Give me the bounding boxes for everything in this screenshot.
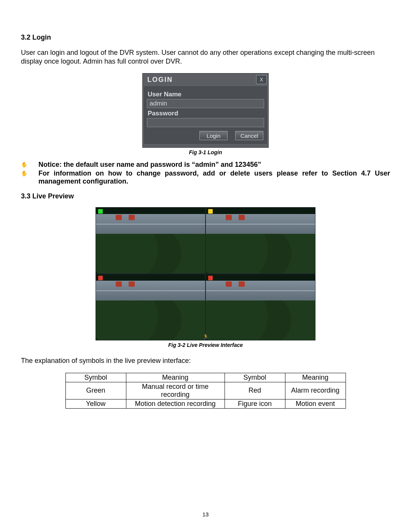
section-3-2-title: 3.2 Login: [21, 34, 390, 42]
figure-icon: 🏃: [202, 334, 209, 340]
section-3-3-title: 3.3 Live Preview: [21, 192, 390, 200]
login-button[interactable]: Login: [199, 131, 228, 140]
close-icon[interactable]: X: [256, 75, 267, 84]
table-cell: Meaning: [285, 373, 346, 382]
status-dot-red: [208, 276, 213, 280]
status-dot-green: [98, 209, 103, 214]
table-cell: Green: [65, 382, 126, 399]
status-dot-yellow: [208, 209, 213, 214]
notice-line-2: For information on how to change passwor…: [38, 169, 390, 185]
table-cell: Motion detection recording: [126, 399, 225, 408]
camera-pane-4: [206, 274, 315, 340]
live-preview-quad: 🏃: [96, 207, 315, 340]
table-cell: Red: [225, 382, 285, 399]
table-cell: Manual record or time recording: [126, 382, 225, 399]
hand-icon: ✋: [21, 161, 38, 169]
username-field[interactable]: admin: [147, 99, 264, 108]
login-dialog: LOGIN X User Name admin Password Login C…: [142, 73, 269, 148]
table-cell: Meaning: [126, 373, 225, 382]
fig-3-1-caption: Fig 3-1 Login: [189, 149, 222, 155]
table-cell: Symbol: [225, 373, 285, 382]
login-dialog-title: LOGIN: [144, 76, 173, 84]
status-dot-red: [98, 276, 103, 280]
camera-pane-2: [206, 207, 315, 274]
section-3-2-body: User can login and logout of the DVR sys…: [21, 48, 390, 66]
table-cell: Figure icon: [225, 399, 285, 408]
table-header-row: Symbol Meaning Symbol Meaning: [65, 373, 346, 382]
table-cell: Yellow: [65, 399, 126, 408]
section-3-3-body: The explanation of symbols in the live p…: [21, 356, 390, 365]
fig-3-2-caption: Fig 3-2 Live Preview Interface: [168, 342, 243, 348]
table-row: Green Manual record or time recording Re…: [65, 382, 346, 399]
notice-line-1: Notice: the default user name and passwo…: [38, 161, 390, 169]
username-label: User Name: [148, 91, 263, 98]
table-cell: Motion event: [285, 399, 346, 408]
table-row: Yellow Motion detection recording Figure…: [65, 399, 346, 408]
table-cell: Alarm recording: [285, 382, 346, 399]
symbol-table: Symbol Meaning Symbol Meaning Green Manu…: [65, 373, 346, 409]
hand-icon: ✋: [21, 169, 38, 185]
page-number: 13: [0, 511, 411, 518]
camera-pane-1: [96, 207, 206, 274]
password-label: Password: [148, 110, 263, 117]
table-cell: Symbol: [65, 373, 126, 382]
camera-pane-3: [96, 274, 206, 340]
cancel-button[interactable]: Cancel: [235, 131, 263, 140]
password-field[interactable]: [147, 118, 264, 127]
